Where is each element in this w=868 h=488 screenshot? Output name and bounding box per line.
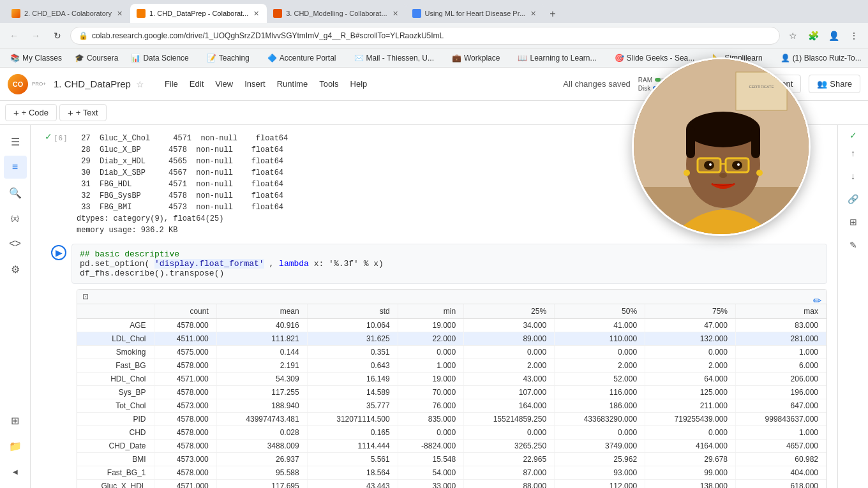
sidebar-code-snippets-icon[interactable]: <> [4, 232, 27, 255]
bookmark-my-classes[interactable]: 📚 My Classes [5, 52, 67, 64]
sidebar-search-icon[interactable]: 🔍 [4, 181, 27, 204]
cell-6-checkmark: ✓ [45, 131, 52, 142]
tab-chd-eda[interactable]: 2. CHD_EDA - Colaboratory ✕ [5, 4, 130, 23]
cell-std-3: 0.643 [307, 359, 398, 373]
back-button[interactable]: ← [5, 27, 23, 45]
table-expand-button[interactable]: ⊡ [82, 292, 89, 301]
cell-mean-2: 0.144 [216, 346, 307, 359]
menu-icon[interactable]: ⋮ [845, 27, 863, 45]
new-tab-button[interactable]: + [544, 5, 562, 23]
cell-max-7: 999843637.000 [736, 413, 827, 426]
bookmark-blasco[interactable]: 👤 (1) Blasco Ruiz-To... [775, 52, 867, 64]
bookmark-data-science[interactable]: 📊 Data Science [126, 52, 193, 64]
bookmark-learning[interactable]: 📖 Learning to Learn... [513, 52, 601, 64]
address-text: colab.research.google.com/drive/1_UOQghS… [92, 31, 772, 40]
star-icon[interactable]: ☆ [136, 79, 144, 89]
table-edit-icon[interactable]: ✏ [813, 295, 821, 307]
menu-view[interactable]: View [210, 77, 238, 91]
right-expand-icon[interactable]: ⊞ [843, 212, 864, 232]
right-scroll-up-icon[interactable]: ↑ [843, 143, 864, 163]
add-text-label: + Text [76, 108, 98, 117]
menu-file[interactable]: File [160, 77, 183, 91]
menu-tools[interactable]: Tools [314, 77, 343, 91]
bookmark-favicon-mail: ✉️ [354, 54, 364, 63]
bookmark-star-icon[interactable]: ☆ [784, 27, 802, 45]
profile-icon[interactable]: 👤 [825, 27, 842, 45]
cell-p25-3: 2.000 [464, 359, 555, 373]
tab-close-4[interactable]: ✕ [529, 9, 537, 18]
table-row: BMI 4573.000 26.937 5.561 15.548 22.965 … [77, 453, 827, 466]
table-row: CHD 4578.000 0.028 0.165 0.000 0.000 0.0… [77, 426, 827, 440]
table-row: Sys_BP 4578.000 117.255 14.589 70.000 10… [77, 386, 827, 399]
address-bar[interactable]: 🔒 colab.research.google.com/drive/1_UOQg… [70, 27, 780, 45]
cell-min-9: -8824.000 [398, 440, 463, 453]
cell-6-gutter: ✓ [ 6 ] [41, 130, 66, 239]
table-row: Fast_BG 4578.000 2.191 0.643 1.000 2.000… [77, 359, 827, 373]
sidebar-variables-icon[interactable]: {x} [4, 207, 27, 230]
tab-close-3[interactable]: ✕ [391, 9, 400, 18]
cell-mean-7: 439974743.481 [216, 413, 307, 426]
bookmark-favicon-accenture: 🔷 [267, 54, 277, 63]
colab-logo[interactable]: CO PRO+ [8, 74, 46, 94]
bookmark-teaching[interactable]: 📝 Teaching [202, 52, 255, 64]
tab-ml-heart[interactable]: Using ML for Heart Disease Pr... ✕ [406, 4, 544, 23]
sidebar-expand-icon[interactable]: ◀ [4, 460, 27, 483]
right-scroll-down-icon[interactable]: ↓ [843, 166, 864, 186]
tab-chd-modelling[interactable]: 3. CHD_Modelling - Collaborat... ✕ [267, 4, 405, 23]
bookmark-mail[interactable]: ✉️ Mail - Thiessen, U... [349, 52, 439, 64]
sidebar-menu-icon[interactable]: ☰ [4, 130, 27, 153]
right-link-icon[interactable]: 🔗 [843, 189, 864, 209]
data-table-container: ⊡ ✏ count mean std min 25% [77, 289, 827, 488]
cell-p50-12: 112.000 [555, 480, 645, 489]
extensions-icon[interactable]: 🧩 [804, 27, 822, 45]
tab-chd-dataprep[interactable]: 1. CHD_DataPrep - Colaborat... ✕ [130, 4, 267, 23]
cell-p50-11: 93.000 [555, 466, 645, 480]
cell-7-code[interactable]: ## basic descriptive pd.set_option( 'dis… [71, 244, 827, 284]
table-controls: ⊡ ✏ [77, 290, 827, 304]
svg-point-15 [704, 161, 714, 170]
cell-count-5: 4578.000 [154, 386, 216, 399]
bookmark-slidegeeks[interactable]: 🎯 Slide Geeks - Sea... [610, 52, 700, 64]
cell-count-4: 4571.000 [154, 373, 216, 386]
cell-p25-5: 107.000 [464, 386, 555, 399]
forward-button[interactable]: → [27, 27, 45, 45]
cell-mean-11: 95.588 [216, 466, 307, 480]
reload-button[interactable]: ↻ [49, 27, 66, 45]
bookmark-coursera[interactable]: 🎓 Coursera [70, 52, 123, 64]
menu-edit[interactable]: Edit [184, 77, 209, 91]
right-edit-icon[interactable]: ✎ [843, 235, 864, 255]
nav-bar: ← → ↻ 🔒 colab.research.google.com/drive/… [0, 23, 868, 48]
menu-runtime[interactable]: Runtime [272, 77, 313, 91]
cell-7-run-button[interactable]: ▶ [51, 245, 66, 260]
cell-mean-8: 0.028 [216, 426, 307, 440]
cell-7-gutter: ▶ [41, 244, 66, 284]
sidebar-toc-icon[interactable]: ≡ [4, 156, 27, 179]
cell-min-6: 76.000 [398, 399, 463, 413]
sidebar-settings-icon[interactable]: ⚙ [4, 258, 27, 281]
tab-close-1[interactable]: ✕ [116, 9, 124, 18]
add-text-button[interactable]: + + Text [59, 104, 107, 121]
cell-count-2: 4575.000 [154, 346, 216, 359]
sidebar-files-icon[interactable]: 📁 [4, 434, 27, 457]
code-line-1: pd.set_option( 'display.float_format' , … [80, 259, 819, 269]
tab-close-2[interactable]: ✕ [252, 9, 260, 18]
menu-help[interactable]: Help [345, 77, 373, 91]
col-header-50: 50% [555, 304, 645, 319]
bookmark-favicon-learning: 📖 [518, 54, 527, 63]
cell-std-11: 18.564 [307, 466, 398, 480]
col-header-75: 75% [645, 304, 736, 319]
menu-insert[interactable]: Insert [239, 77, 271, 91]
sidebar-terminal-icon[interactable]: ⊞ [4, 409, 27, 432]
cell-std-5: 14.589 [307, 386, 398, 399]
add-code-button[interactable]: + + Code [5, 104, 57, 121]
bookmark-workplace[interactable]: 💼 Workplace [447, 52, 505, 64]
cell-max-1: 281.000 [736, 332, 827, 346]
bookmark-accenture[interactable]: 🔷 Accenture Portal [262, 52, 341, 64]
share-button[interactable]: 👥 Share [809, 75, 860, 93]
bookmark-label-teaching: Teaching [219, 54, 250, 63]
cell-std-8: 0.165 [307, 426, 398, 440]
bookmark-favicon-teaching: 📝 [207, 54, 216, 63]
cell-max-2: 1.000 [736, 346, 827, 359]
cell-min-12: 33.000 [398, 480, 463, 489]
col-header-25: 25% [464, 304, 555, 319]
